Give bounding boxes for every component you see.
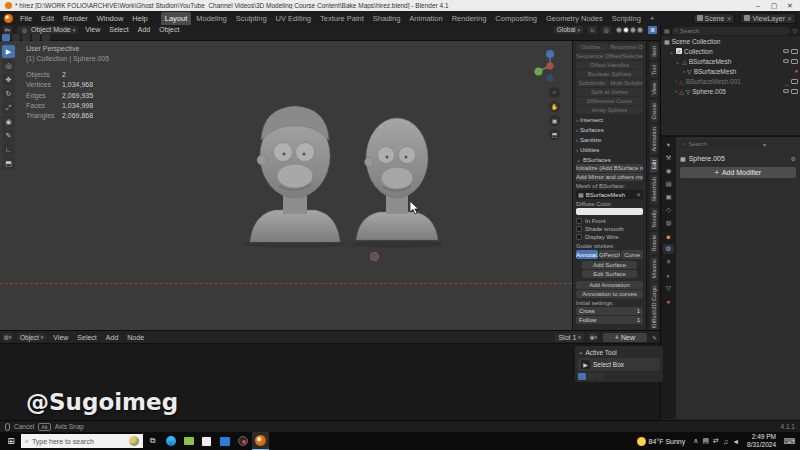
transform-orientation-dropdown[interactable]: Global (554, 26, 583, 34)
outliner-editor-icon[interactable]: ▤ (664, 27, 670, 34)
data-tab-icon[interactable]: ▽ (663, 283, 674, 293)
measure-tool[interactable]: ∟ (2, 143, 15, 156)
eye-icon[interactable] (783, 59, 789, 63)
blender-logo-icon[interactable] (4, 14, 13, 23)
tab-compositing[interactable]: Compositing (491, 12, 541, 25)
zoom-icon[interactable]: ⌕ (549, 87, 560, 98)
menu-window[interactable]: Window (95, 13, 126, 24)
camera-icon[interactable] (791, 59, 798, 64)
move-tool[interactable]: ✥ (2, 73, 15, 86)
outliner-row-sphere-005[interactable]: › △ ▽ Sphere.005 (661, 86, 800, 96)
menu-edit[interactable]: Edit (39, 13, 56, 24)
touch-keyboard-icon[interactable]: ⌨ (781, 432, 798, 450)
select-mode-invert-icon[interactable] (32, 34, 40, 41)
section-bsurfaces[interactable]: ⌄BSurfaces (576, 155, 643, 164)
select-mode-subtract-icon[interactable] (22, 34, 30, 41)
tab-edit[interactable]: Edit (650, 157, 658, 172)
perspective-toggle-icon[interactable]: ⬒ (549, 129, 560, 140)
add-surface-button[interactable]: Add Surface (582, 261, 637, 269)
cursor-tool[interactable]: ◎ (2, 59, 15, 72)
tab-animation[interactable]: Animation (650, 124, 658, 154)
tab-tool[interactable]: Tool (650, 62, 658, 78)
collection-expand-icon[interactable]: ⌄ (669, 48, 674, 55)
camera-icon[interactable] (791, 49, 798, 54)
diffuse-color-swatch[interactable] (576, 208, 643, 215)
select-mode-new-icon[interactable] (2, 34, 10, 41)
pan-hand-icon[interactable]: ✋ (549, 101, 560, 112)
menu-file[interactable]: File (18, 13, 34, 24)
vp-menu-add[interactable]: Add (136, 25, 152, 34)
boolean-splines-button[interactable]: Boolean Splines (576, 70, 643, 78)
sh-menu-view[interactable]: View (51, 333, 70, 342)
blender-taskbar-icon[interactable] (252, 432, 269, 450)
slot-dropdown[interactable]: Slot 1 (555, 333, 583, 342)
in-front-checkbox[interactable]: In Front (576, 217, 643, 225)
menu-render[interactable]: Render (61, 13, 90, 24)
new-workspace-button[interactable]: + (646, 12, 658, 25)
subdivide-button[interactable]: Subdivide: (576, 79, 609, 87)
tool-tab-icon[interactable]: ⚒ (663, 153, 674, 163)
chevron-down-icon[interactable]: ▾ (763, 141, 766, 148)
rotate-tool[interactable]: ↻ (2, 87, 15, 100)
tray-sync-icon[interactable]: ⇄ (713, 437, 719, 445)
sh-menu-add[interactable]: Add (104, 333, 120, 342)
material-sphere-icon[interactable]: ◉ (589, 333, 598, 341)
photos-icon[interactable] (216, 432, 233, 450)
material-tab-icon[interactable]: ● (663, 296, 674, 306)
material-shading-icon[interactable] (630, 27, 636, 33)
shader-editor[interactable]: ◍ Object View Select Add Node Slot 1 ◉ +… (0, 330, 660, 420)
add-primitive-tool[interactable]: ⬒ (2, 157, 15, 170)
select-mode-subtract-icon[interactable] (596, 373, 604, 380)
eye-icon[interactable] (783, 89, 789, 93)
select-mode-extend-icon[interactable] (12, 34, 20, 41)
outline-button[interactable]: Outline : (576, 43, 609, 51)
tab-animation[interactable]: Animation (405, 12, 446, 25)
select-mode-intersect-icon[interactable] (42, 34, 50, 41)
add-annotation-button[interactable]: Add Annotation (576, 281, 643, 289)
wireframe-shading-icon[interactable] (616, 27, 622, 33)
tab-scripting[interactable]: Scripting (608, 12, 645, 25)
section-surfaces[interactable]: ›Surfaces (576, 125, 643, 134)
file-explorer-icon[interactable] (180, 432, 197, 450)
guide-curve-option[interactable]: Curve (621, 250, 643, 259)
minimize-button[interactable]: – (750, 2, 766, 9)
collection-checkbox[interactable]: ✓ (676, 48, 682, 54)
outliner-row-bsurfacemesh[interactable]: ⌄ △ BSurfaceMesh (661, 56, 800, 66)
snap-magnet-icon[interactable]: ∪ (588, 26, 597, 34)
difference-curve-button[interactable]: Difference Curve (576, 97, 643, 105)
properties-search-input[interactable]: ⌕ Search (680, 140, 760, 148)
mode-dropdown[interactable]: ◎ Object Mode (17, 26, 78, 34)
section-utilities[interactable]: ›Utilities (576, 145, 643, 154)
shader-type-dropdown[interactable]: Object (17, 333, 46, 341)
tab-layout[interactable]: Layout (161, 12, 192, 25)
maximize-button[interactable]: ▢ (766, 2, 782, 10)
sequence-offset-button[interactable]: Sequence Offset/Selected (576, 52, 643, 60)
windows-search-input[interactable]: ⌕ Type here to search (21, 434, 143, 448)
outliner-row-bsurfacemesh-001[interactable]: › △ BSurfaceMesh.001 ‿ (661, 76, 800, 86)
camera-view-icon[interactable]: ▣ (549, 115, 560, 126)
tray-mic-icon[interactable]: ♫ (723, 438, 728, 445)
array-splines-button[interactable]: Array Splines (576, 106, 643, 114)
start-button[interactable]: ⊞ (2, 432, 20, 450)
weather-widget[interactable]: 84°F Sunny (633, 437, 690, 446)
filter-icon[interactable]: ▽ (792, 27, 797, 34)
tab-item[interactable]: Item (650, 43, 658, 60)
tab-geometry-nodes[interactable]: Geometry Nodes (542, 12, 607, 25)
tab-rotate[interactable]: Rotate (650, 232, 658, 254)
outliner-search-input[interactable]: ⌕ Search (672, 27, 791, 35)
split-at-vertex-button[interactable]: Split at Vertex (576, 88, 643, 96)
scene-clear-icon[interactable]: ✕ (726, 15, 731, 22)
tab-sketchfab[interactable]: Sketchfab (650, 174, 658, 204)
chevron-right-icon[interactable]: › (675, 78, 677, 84)
viewlayer-selector[interactable]: ViewLayer ✕ (740, 13, 796, 24)
vp-menu-object[interactable]: Object (157, 25, 181, 34)
tab-noodly[interactable]: Noodly (650, 207, 658, 230)
chevron-right-icon[interactable]: › (683, 68, 685, 74)
multi-subdivide-button[interactable]: Multi Subdivide (610, 79, 643, 87)
guide-gpencil-option[interactable]: GPencil (599, 250, 621, 259)
pin-icon[interactable]: ✎ (652, 334, 657, 341)
select-mode-new-icon[interactable] (578, 373, 586, 380)
xray-toggle-icon[interactable]: ⊠ (648, 26, 657, 34)
tab-kitbash3d-cargo[interactable]: KitBash3D Cargo (650, 283, 658, 330)
model-busts[interactable] (225, 100, 455, 250)
